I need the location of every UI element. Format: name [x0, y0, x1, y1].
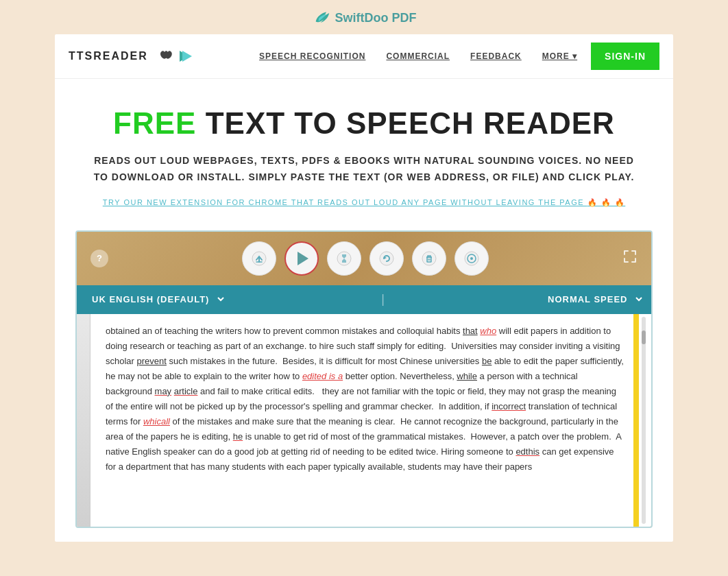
scroll-thumb[interactable]	[642, 331, 646, 344]
highlight-who: who	[480, 326, 496, 336]
player-text-area: obtained an of teaching the writers how …	[77, 314, 651, 527]
highlight-while: while	[457, 371, 477, 381]
svg-point-6	[422, 252, 436, 265]
nav-link-commercial[interactable]: COMMERCIAL	[386, 51, 450, 61]
svg-marker-1	[182, 51, 192, 62]
hero-title: FREE TEXT TO SPEECH READER	[82, 106, 646, 141]
hero-section: FREE TEXT TO SPEECH READER READS OUT LOU…	[55, 79, 673, 230]
highlight-he: he	[233, 431, 243, 442]
toolbar-divider: |	[381, 292, 385, 307]
hero-title-rest: TEXT TO SPEECH READER	[196, 106, 614, 140]
brand-name: TTSREADER	[69, 50, 148, 62]
highlight-incorrect: incorrect	[492, 401, 526, 411]
target-icon	[464, 251, 479, 266]
swiftdoo-logo[interactable]: SwiftDoo PDF	[312, 8, 417, 27]
delete-button[interactable]	[412, 241, 446, 276]
help-button[interactable]: ?	[90, 250, 108, 267]
highlight-edthis: edthis	[515, 446, 539, 457]
highlight-whicall: whicall	[143, 416, 170, 427]
highlight-prevent: prevent	[137, 356, 167, 366]
highlight-edited: edited is a	[302, 371, 343, 381]
hero-title-free: FREE	[113, 106, 196, 140]
extension-cta[interactable]: TRY OUR NEW EXTENSION FOR CHROME THAT RE…	[82, 198, 646, 207]
nav-links: SPEECH RECOGNITION COMMERCIAL FEEDBACK M…	[259, 51, 577, 61]
text-content: obtained an of teaching the writers how …	[106, 324, 624, 475]
swiftdoo-bird-icon	[312, 8, 331, 27]
player-controls	[242, 241, 489, 276]
apple-icon[interactable]	[158, 49, 173, 64]
nav-brand: TTSREADER	[69, 49, 259, 64]
reload-button[interactable]	[369, 241, 404, 276]
nav-link-feedback[interactable]: FEEDBACK	[470, 51, 522, 61]
hero-subtitle: READS OUT LOUD WEBPAGES, TEXTS, PDFS & E…	[82, 153, 646, 186]
main-card: TTSREADER SPEECH RECOGNITION COMMERCIAL …	[55, 34, 673, 542]
fire-emoji: 🔥 🔥 🔥	[587, 198, 626, 206]
nav-link-more[interactable]: MORE ▾	[542, 51, 577, 61]
navbar: TTSREADER SPEECH RECOGNITION COMMERCIAL …	[55, 34, 673, 79]
svg-point-4	[380, 252, 393, 265]
upload-button[interactable]	[242, 241, 276, 276]
speed-select[interactable]: NORMAL SPEED	[539, 291, 644, 308]
side-decoration	[77, 314, 90, 527]
nav-icons	[158, 49, 192, 64]
yellow-stripe	[633, 314, 639, 527]
reload-icon	[379, 251, 394, 266]
scrollbar[interactable]	[642, 317, 646, 524]
fullscreen-button[interactable]	[622, 249, 638, 267]
svg-point-12	[470, 257, 473, 260]
timer-icon	[337, 251, 352, 266]
top-banner: SwiftDoo PDF	[0, 0, 728, 34]
highlight-be: be	[482, 356, 492, 366]
play-store-icon[interactable]	[177, 49, 192, 64]
player-header: ?	[77, 232, 651, 285]
highlight-article: article	[174, 386, 198, 396]
nav-link-speech[interactable]: SPEECH RECOGNITION	[259, 51, 365, 61]
tts-player: ?	[75, 230, 653, 528]
highlight-may: may	[155, 386, 172, 396]
language-select[interactable]: UK ENGLISH (DEFAULT)	[84, 291, 226, 308]
fullscreen-icon	[622, 249, 638, 264]
play-button[interactable]	[284, 241, 319, 276]
swiftdoo-text: SwiftDoo PDF	[335, 11, 417, 25]
sign-in-button[interactable]: SIGN-IN	[591, 43, 659, 70]
upload-icon	[252, 251, 267, 266]
play-triangle-icon	[298, 252, 308, 265]
timer-button[interactable]	[327, 241, 361, 276]
highlight-that: that	[463, 326, 478, 336]
player-toolbar: UK ENGLISH (DEFAULT) | NORMAL SPEED	[77, 285, 651, 314]
trash-icon	[422, 251, 437, 266]
target-button[interactable]	[454, 241, 489, 276]
svg-point-3	[337, 252, 351, 265]
